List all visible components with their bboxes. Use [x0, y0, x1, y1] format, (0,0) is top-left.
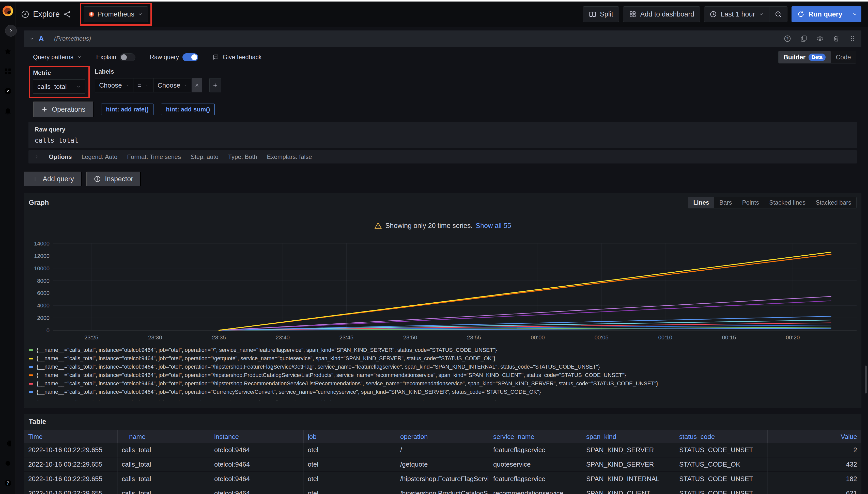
toggle-visibility-icon[interactable]: [816, 35, 824, 42]
sidebar-expand-button[interactable]: [5, 25, 17, 37]
graph-mode-stacked-lines[interactable]: Stacked lines: [764, 197, 811, 208]
column-header-operation[interactable]: operation: [396, 430, 489, 443]
raw-query-preview: Raw query calls_total: [29, 122, 857, 148]
add-operation-button[interactable]: Operations: [33, 101, 93, 117]
scrollbar-thumb[interactable]: [865, 365, 867, 394]
column-header-time[interactable]: Time: [24, 430, 117, 443]
graph-panel-title: Graph: [29, 199, 49, 207]
comment-icon: [213, 54, 219, 60]
column-header-instance[interactable]: instance: [210, 430, 304, 443]
plus-icon: [41, 106, 48, 113]
query-builder-body: Metric calls_total Labels: [24, 66, 862, 167]
hint-add-rate-button[interactable]: hint: add rate(): [101, 103, 153, 115]
label-operator-select[interactable]: =: [133, 78, 153, 92]
time-range-group: Last 1 hour: [704, 6, 788, 22]
add-label-filter-button[interactable]: [210, 78, 221, 92]
starred-icon[interactable]: [3, 47, 12, 56]
table-cell: 2022-10-16 00:22:29.655: [24, 487, 117, 494]
prometheus-icon: [89, 12, 94, 17]
split-icon: [589, 11, 596, 18]
show-all-series-link[interactable]: Show all 55: [476, 222, 511, 230]
duplicate-query-icon[interactable]: [800, 35, 808, 42]
label-value-select[interactable]: Choose: [153, 78, 191, 92]
share-icon[interactable]: [63, 10, 72, 19]
graph-mode-points[interactable]: Points: [737, 197, 764, 208]
grafana-logo[interactable]: [2, 5, 13, 16]
add-to-dashboard-button[interactable]: Add to dashboard: [623, 6, 700, 22]
svg-text:23:55: 23:55: [467, 334, 481, 341]
datasource-picker[interactable]: Prometheus: [84, 6, 148, 22]
give-feedback-link[interactable]: Give feedback: [213, 54, 261, 61]
builder-mode-button[interactable]: Builder Beta: [779, 51, 831, 63]
sign-in-icon[interactable]: [3, 439, 12, 448]
split-button[interactable]: Split: [583, 6, 619, 22]
chevron-right-icon: [8, 28, 14, 34]
legend-item[interactable]: {__name__="calls_total", instance="otelc…: [29, 399, 856, 401]
remove-label-filter-button[interactable]: [192, 78, 202, 92]
query-actions: Add query Inspector: [24, 172, 862, 186]
run-query-interval-dropdown[interactable]: [848, 6, 862, 22]
settings-gear-icon[interactable]: [3, 459, 12, 468]
run-query-button[interactable]: Run query: [792, 6, 848, 22]
drag-handle-icon[interactable]: [849, 35, 856, 42]
table-cell: /: [396, 443, 489, 457]
raw-query-value: calls_total: [35, 137, 851, 144]
table-cell: SPAN_KIND_SERVER: [582, 443, 675, 457]
query-options-row[interactable]: Options Legend: AutoFormat: Time seriesS…: [29, 150, 857, 164]
inspector-button[interactable]: Inspector: [86, 172, 141, 186]
query-ref-id: A: [39, 35, 44, 43]
dashboards-icon[interactable]: [3, 67, 12, 76]
column-header-job[interactable]: job: [304, 430, 396, 443]
svg-text:00:00: 00:00: [531, 334, 545, 341]
column-header-span_kind[interactable]: span_kind: [582, 430, 675, 443]
chevron-down-icon: [76, 84, 81, 89]
raw-query-toggle[interactable]: [182, 53, 198, 61]
svg-text:12000: 12000: [34, 253, 50, 259]
query-patterns-dropdown[interactable]: Query patterns: [33, 54, 82, 61]
zoom-out-time-button[interactable]: [769, 6, 787, 22]
metric-select[interactable]: calls_total: [33, 79, 85, 94]
help-icon[interactable]: [3, 479, 12, 488]
svg-text:23:40: 23:40: [276, 334, 290, 341]
add-query-button[interactable]: Add query: [24, 172, 82, 186]
explain-control: Explain: [96, 53, 136, 61]
run-query-group: Run query: [792, 6, 862, 22]
option-summary-item: Step: auto: [191, 153, 218, 160]
table-cell: otelcol:9464: [210, 443, 304, 457]
table-cell: quoteservice: [489, 457, 582, 472]
alerting-bell-icon[interactable]: [3, 107, 12, 115]
svg-text:23:25: 23:25: [84, 334, 98, 341]
explore-icon[interactable]: [3, 87, 12, 95]
column-header-__name__[interactable]: __name__: [117, 430, 210, 443]
hint-add-sum-button[interactable]: hint: add sum(): [161, 103, 215, 115]
option-summary-item: Legend: Auto: [82, 153, 117, 160]
column-header-status_code[interactable]: status_code: [675, 430, 767, 443]
explain-toggle[interactable]: [120, 53, 135, 61]
legend-label: {__name__="calls_total", instance="otelc…: [37, 364, 600, 370]
table-cell: featureflagservice: [489, 443, 582, 457]
column-header-service_name[interactable]: service_name: [489, 430, 582, 443]
code-mode-button[interactable]: Code: [831, 51, 856, 63]
graph-mode-lines[interactable]: Lines: [688, 197, 714, 208]
query-row-header[interactable]: A (Prometheus): [24, 31, 862, 47]
table-cell: 182: [767, 472, 861, 487]
time-series-chart[interactable]: 23:2523:3023:3523:4023:4523:5023:5500:00…: [29, 241, 856, 343]
legend-item[interactable]: {__name__="calls_total", instance="otelc…: [29, 346, 856, 354]
legend-item[interactable]: {__name__="calls_total", instance="otelc…: [29, 371, 856, 380]
graph-mode-stacked-bars[interactable]: Stacked bars: [811, 197, 856, 208]
legend-item[interactable]: {__name__="calls_total", instance="otelc…: [29, 363, 856, 371]
legend-item[interactable]: {__name__="calls_total", instance="otelc…: [29, 380, 856, 388]
graph-mode-bars[interactable]: Bars: [714, 197, 737, 208]
remove-query-icon[interactable]: [832, 35, 840, 42]
time-range-picker[interactable]: Last 1 hour: [704, 6, 769, 22]
legend-color-swatch: [29, 349, 33, 351]
explore-header: Explore: [21, 10, 72, 19]
query-help-icon[interactable]: [784, 35, 791, 42]
svg-text:0: 0: [47, 327, 50, 334]
legend-item[interactable]: {__name__="calls_total", instance="otelc…: [29, 388, 856, 396]
table-panel-title: Table: [24, 418, 861, 426]
table-cell: SPAN_KIND_SERVER: [582, 457, 675, 472]
column-header-value[interactable]: Value: [767, 430, 861, 443]
label-key-select[interactable]: Choose: [95, 78, 133, 92]
legend-item[interactable]: {__name__="calls_total", instance="otelc…: [29, 354, 856, 363]
